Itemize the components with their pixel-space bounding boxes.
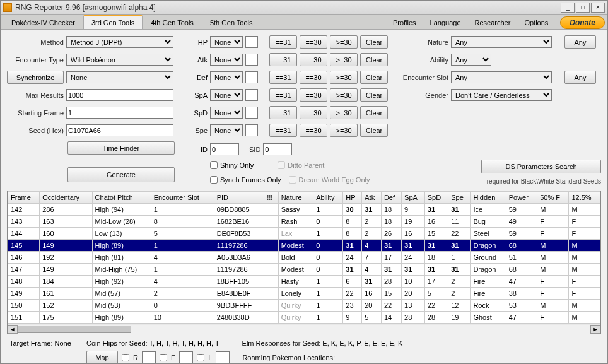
encounter-type-select[interactable]: Wild Pokémon (66, 54, 173, 66)
encounter-slot-select[interactable]: Any (451, 71, 552, 83)
l-checkbox[interactable] (197, 354, 204, 361)
atk-value-input[interactable] (245, 54, 258, 66)
tab-pokedex[interactable]: Pokédex-IV Checker (3, 16, 83, 29)
ability-select[interactable]: Any (451, 54, 491, 66)
gender-select[interactable]: Don't Care / Genderless (451, 89, 552, 101)
nature-select[interactable]: Any (451, 36, 552, 48)
id-input[interactable] (210, 143, 239, 155)
table-row[interactable]: 146192High (81)4A053D3A6Bold02471724181G… (8, 252, 600, 264)
column-header[interactable]: 50% F (537, 192, 569, 204)
column-header[interactable]: PID (214, 192, 264, 204)
hp-clear-button[interactable]: Clear (360, 35, 388, 49)
def-compare-select[interactable]: None (210, 71, 243, 83)
spe-compare-select[interactable]: None (210, 124, 243, 136)
atk-clear-button[interactable]: Clear (360, 53, 388, 66)
hp-eq30-button[interactable]: ==30 (300, 35, 327, 49)
spd-eq30-button[interactable]: ==30 (300, 106, 327, 119)
close-button[interactable]: × (591, 3, 605, 13)
spa-clear-button[interactable]: Clear (360, 88, 388, 102)
spd-clear-button[interactable]: Clear (360, 106, 388, 119)
column-header[interactable]: SpA (402, 192, 425, 204)
horizontal-scrollbar[interactable]: ◄ ► (7, 324, 601, 334)
table-row[interactable]: 149161Mid (57)2E848DE0FLonely12216152052… (8, 288, 600, 300)
def-eq30-button[interactable]: ==30 (300, 71, 327, 84)
tab-profiles[interactable]: Profiles (386, 16, 423, 29)
spd-eq31-button[interactable]: ==31 (269, 106, 297, 119)
spe-clear-button[interactable]: Clear (360, 124, 388, 137)
atk-eq30-button[interactable]: ==30 (300, 53, 327, 66)
spe-eq30-button[interactable]: ==30 (300, 124, 327, 137)
column-header[interactable]: Chatot Pitch (92, 192, 151, 204)
def-eq31-button[interactable]: ==31 (269, 71, 297, 84)
scroll-left-button[interactable]: ◄ (8, 325, 18, 334)
column-header[interactable]: Def (381, 192, 401, 204)
l-input[interactable] (216, 351, 230, 363)
column-header[interactable]: 12.5% (569, 192, 600, 204)
spa-compare-select[interactable]: None (210, 89, 243, 101)
sid-input[interactable] (263, 143, 292, 155)
scroll-right-button[interactable]: ► (590, 325, 600, 334)
generate-button[interactable]: Generate (67, 167, 175, 182)
synchronize-select[interactable]: None (66, 71, 173, 83)
column-header[interactable]: SpD (424, 192, 448, 204)
tab-language[interactable]: Language (423, 16, 468, 29)
r-checkbox[interactable] (122, 354, 129, 361)
column-header[interactable]: Occidentary (40, 192, 92, 204)
spe-eq31-button[interactable]: ==31 (269, 124, 297, 137)
shiny-only-checkbox[interactable] (210, 161, 218, 169)
spa-eq30-button[interactable]: ==30 (300, 88, 327, 102)
hp-compare-select[interactable]: None (210, 36, 243, 48)
column-header[interactable]: !!! (264, 192, 278, 204)
synchronize-button[interactable]: Synchronize (7, 71, 64, 84)
table-row[interactable]: 150152Mid (53)09BDBFFFFQuirky12320221322… (8, 300, 600, 312)
tab-researcher[interactable]: Researcher (468, 16, 518, 29)
column-header[interactable]: Nature (278, 192, 313, 204)
column-header[interactable]: Power (506, 192, 537, 204)
spd-value-input[interactable] (245, 107, 258, 119)
r-input[interactable] (142, 351, 156, 363)
column-header[interactable]: Frame (8, 192, 40, 204)
column-header[interactable]: HP (343, 192, 362, 204)
max-results-input[interactable] (66, 89, 173, 101)
spd-compare-select[interactable]: None (210, 107, 243, 119)
time-finder-button[interactable]: Time Finder (67, 141, 175, 155)
spa-eq31-button[interactable]: ==31 (269, 88, 297, 102)
hp-value-input[interactable] (245, 36, 258, 48)
table-row[interactable]: 143163Mid-Low (28)81682BE16Rash082181916… (8, 216, 600, 228)
method-select[interactable]: Method J (DPPt) (66, 36, 173, 48)
e-checkbox[interactable] (160, 354, 167, 361)
map-button[interactable]: Map (86, 351, 118, 364)
minimize-button[interactable]: _ (561, 3, 575, 13)
atk-ge30-button[interactable]: >=30 (330, 53, 358, 66)
donate-button[interactable]: Donate (560, 16, 605, 29)
table-row[interactable]: 151175High (89)102480B38DQuirky195142828… (8, 312, 600, 324)
column-header[interactable]: Encounter Slot (151, 192, 214, 204)
starting-frame-input[interactable] (66, 107, 173, 119)
column-header[interactable]: Ability (313, 192, 343, 204)
nature-any-button[interactable]: Any (564, 35, 596, 49)
def-ge30-button[interactable]: >=30 (330, 71, 358, 84)
scroll-thumb[interactable] (18, 326, 131, 333)
spe-value-input[interactable] (245, 124, 258, 136)
e-input[interactable] (179, 351, 193, 363)
atk-compare-select[interactable]: None (210, 54, 243, 66)
seed-input[interactable] (66, 124, 173, 136)
results-grid[interactable]: FrameOccidentaryChatot PitchEncounter Sl… (7, 191, 601, 324)
hp-eq31-button[interactable]: ==31 (269, 35, 297, 49)
spa-value-input[interactable] (245, 89, 258, 101)
tab-gen5[interactable]: 5th Gen Tools (202, 16, 261, 29)
ds-parameters-search-button[interactable]: DS Parameters Search (481, 160, 601, 173)
hp-ge30-button[interactable]: >=30 (330, 35, 358, 49)
encounter-slot-any-button[interactable]: Any (564, 71, 596, 84)
atk-eq31-button[interactable]: ==31 (269, 53, 297, 66)
def-clear-button[interactable]: Clear (360, 71, 388, 84)
maximize-button[interactable]: □ (576, 3, 590, 13)
column-header[interactable]: Hidden (471, 192, 506, 204)
table-row[interactable]: 147149Mid-High (75)111197286Modest031431… (8, 264, 600, 276)
table-row[interactable]: 145149High (89)111197286Modest0314313131… (8, 240, 600, 252)
tab-gen4[interactable]: 4th Gen Tools (143, 16, 202, 29)
table-row[interactable]: 144160Low (13)5DE0F8B53Lax18226161522Ste… (8, 228, 600, 240)
spd-ge30-button[interactable]: >=30 (330, 106, 358, 119)
tab-gen3[interactable]: 3rd Gen Tools (83, 15, 143, 29)
tab-options[interactable]: Options (517, 16, 555, 29)
